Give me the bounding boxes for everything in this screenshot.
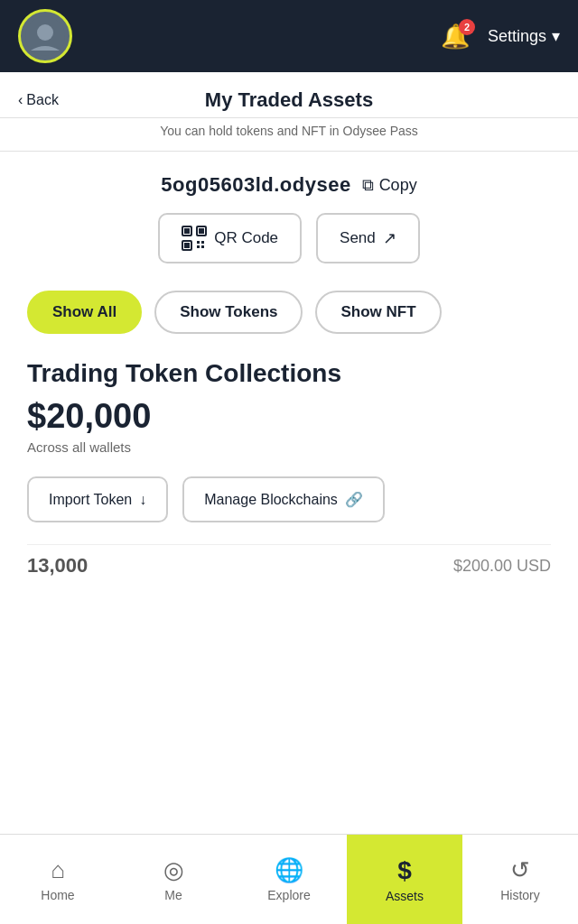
import-token-button[interactable]: Import Token ↓ [27, 476, 168, 522]
nav-history-label: History [500, 888, 540, 902]
back-bar: ‹ Back My Traded Assets You can hold tok… [0, 72, 578, 152]
svg-rect-10 [201, 241, 204, 244]
main-content: 5og05603ld.odysee ⧉ Copy QR Code Send [0, 152, 578, 834]
filter-tabs: Show All Show Tokens Show NFT [27, 291, 551, 334]
portfolio-value: $20,000 [27, 397, 551, 436]
link-icon: 🔗 [345, 491, 363, 508]
nav-explore[interactable]: 🌐 Explore [231, 835, 347, 924]
notification-badge: 2 [459, 19, 475, 35]
me-icon: ◎ [163, 856, 184, 884]
app-header: 🔔 2 Settings ▾ [0, 0, 578, 72]
token-row: 13,000 $200.00 USD [27, 544, 551, 587]
svg-rect-12 [201, 245, 204, 248]
show-nft-tab[interactable]: Show NFT [315, 291, 441, 334]
assets-icon: $ [397, 856, 412, 885]
manage-label: Manage Blockchains [204, 492, 338, 508]
page-title: My Traded Assets [205, 88, 373, 112]
settings-label: Settings [488, 27, 546, 46]
svg-rect-9 [197, 241, 200, 244]
svg-rect-4 [184, 228, 190, 234]
notification-bell[interactable]: 🔔 2 [441, 23, 470, 51]
nav-explore-label: Explore [267, 888, 310, 902]
svg-point-1 [37, 24, 53, 41]
nav-assets-label: Assets [386, 889, 424, 903]
back-label: Back [26, 92, 59, 108]
manage-buttons: Import Token ↓ Manage Blockchains 🔗 [27, 476, 551, 522]
nav-me-label: Me [164, 888, 182, 902]
copy-button[interactable]: ⧉ Copy [362, 176, 417, 195]
send-arrow-icon: ↗ [383, 228, 396, 248]
collections-title: Trading Token Collections [27, 359, 551, 388]
settings-button[interactable]: Settings ▾ [488, 26, 560, 46]
show-all-tab[interactable]: Show All [27, 291, 142, 334]
chevron-down-icon: ▾ [552, 26, 560, 46]
chevron-left-icon: ‹ [18, 92, 23, 108]
back-button[interactable]: ‹ Back [18, 92, 59, 108]
download-icon: ↓ [139, 492, 146, 508]
svg-rect-11 [197, 245, 200, 248]
show-tokens-tab[interactable]: Show Tokens [154, 291, 303, 334]
qr-code-icon [182, 226, 207, 251]
send-label: Send [340, 229, 376, 247]
token-usd-value: $200.00 USD [453, 557, 551, 576]
portfolio-subtitle: Across all wallets [27, 439, 551, 455]
manage-blockchains-button[interactable]: Manage Blockchains 🔗 [182, 476, 385, 522]
page-subtitle: You can hold tokens and NFT in Odysee Pa… [0, 118, 578, 151]
copy-label: Copy [379, 176, 417, 195]
qr-code-button[interactable]: QR Code [158, 213, 302, 263]
wallet-address: 5og05603ld.odysee [161, 173, 350, 197]
avatar[interactable] [18, 9, 72, 63]
svg-rect-8 [184, 243, 190, 248]
copy-icon: ⧉ [362, 176, 374, 195]
nav-assets[interactable]: $ Assets [347, 835, 462, 924]
nav-history[interactable]: ↺ History [462, 835, 578, 924]
home-icon: ⌂ [51, 856, 65, 884]
qr-label: QR Code [214, 229, 278, 247]
explore-icon: 🌐 [275, 856, 303, 884]
header-right: 🔔 2 Settings ▾ [441, 23, 560, 51]
history-icon: ↺ [510, 856, 530, 884]
svg-rect-6 [199, 228, 204, 234]
address-section: 5og05603ld.odysee ⧉ Copy [27, 173, 551, 197]
bottom-nav: ⌂ Home ◎ Me 🌐 Explore $ Assets ↺ History [0, 834, 578, 924]
nav-home-label: Home [41, 888, 74, 902]
nav-home[interactable]: ⌂ Home [0, 835, 116, 924]
import-label: Import Token [49, 492, 132, 508]
action-buttons: QR Code Send ↗ [27, 213, 551, 263]
nav-me[interactable]: ◎ Me [116, 835, 231, 924]
token-amount: 13,000 [27, 554, 88, 578]
send-button[interactable]: Send ↗ [316, 213, 420, 263]
